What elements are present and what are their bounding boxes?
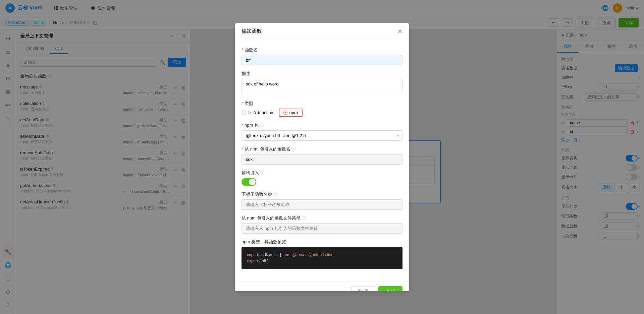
form-item-code-preview: npm 类型工具函数预览: import { sdk as bff } from… <box>241 239 402 269</box>
destructure-label: 解构引入 ⓘ <box>241 170 402 176</box>
radio-function[interactable] <box>241 110 246 115</box>
cancel-button[interactable]: 取 消 <box>351 286 375 291</box>
type-function-option[interactable]: fx fx function <box>241 110 273 115</box>
code-preview-block: import { sdk as bff } from '@tenx-ui/yun… <box>241 247 402 269</box>
modal-close-button[interactable]: ✕ <box>397 28 402 35</box>
sub-func-hint-icon[interactable]: ⓘ <box>273 191 277 197</box>
modal-title: 添加函数 <box>241 28 262 35</box>
type-function-label: fx function <box>253 110 273 115</box>
modal-header: 添加函数 ✕ <box>235 23 409 40</box>
npm-package-select[interactable]: @tenx-ui/yunti-bff-client@1.2.5 <box>241 130 402 141</box>
code-line-1: import { sdk as bff } from '@tenx-ui/yun… <box>247 252 397 258</box>
destructure-toggle[interactable] <box>241 178 256 186</box>
description-input[interactable]: sdk of hello word <box>241 79 402 94</box>
description-label: 描述 <box>241 71 402 77</box>
code-line-2: export { bff } <box>247 258 397 264</box>
sub-func-input[interactable] <box>241 199 402 210</box>
add-function-modal: 添加函数 ✕ * 函数名 描述 sdk of hello word <box>235 23 409 291</box>
npm-dot-icon <box>283 111 287 115</box>
type-label: * 类型 <box>241 101 402 107</box>
modal-footer: 取 消 确 定 <box>235 281 409 291</box>
form-item-import-func: * 从 npm 包引入的函数名 ⓘ <box>241 146 402 165</box>
import-path-input[interactable] <box>241 223 402 234</box>
func-name-label: * 函数名 <box>241 47 402 53</box>
form-item-type: * 类型 fx fx function npm <box>241 101 402 117</box>
npm-package-hint-icon[interactable]: ⓘ <box>260 122 264 128</box>
form-item-destructure: 解构引入 ⓘ <box>241 170 402 186</box>
npm-package-select-wrapper: @tenx-ui/yunti-bff-client@1.2.5 ▾ <box>241 130 402 141</box>
import-path-hint-icon[interactable]: ⓘ <box>302 215 306 221</box>
modal-overlay[interactable]: 添加函数 ✕ * 函数名 描述 sdk of hello word <box>0 0 644 314</box>
npm-label: npm <box>289 110 298 115</box>
form-item-import-path: 从 npm 包引入的函数文件路径 ⓘ <box>241 215 402 234</box>
type-options: fx fx function npm <box>241 109 402 117</box>
fx-icon: fx <box>248 110 251 115</box>
form-item-func-name: * 函数名 <box>241 47 402 65</box>
type-npm-option[interactable]: npm <box>279 109 303 117</box>
confirm-button[interactable]: 确 定 <box>378 286 402 291</box>
destructure-hint-icon[interactable]: ⓘ <box>260 170 264 176</box>
func-name-input[interactable] <box>241 55 402 65</box>
import-path-label: 从 npm 包引入的函数文件路径 ⓘ <box>241 215 402 221</box>
import-func-label: * 从 npm 包引入的函数名 ⓘ <box>241 146 402 152</box>
sub-func-label: 下标子函数名称 ⓘ <box>241 191 402 197</box>
import-func-input[interactable] <box>241 154 402 165</box>
form-item-sub-func: 下标子函数名称 ⓘ <box>241 191 402 210</box>
form-item-description: 描述 sdk of hello word <box>241 71 402 95</box>
code-preview-label: npm 类型工具函数预览: <box>241 239 402 245</box>
import-func-hint-icon[interactable]: ⓘ <box>292 146 296 152</box>
modal-body: * 函数名 描述 sdk of hello word * 类型 <box>235 40 409 281</box>
form-item-npm-package: * npm 包 ⓘ @tenx-ui/yunti-bff-client@1.2.… <box>241 122 402 141</box>
svg-rect-10 <box>285 112 286 113</box>
npm-package-label: * npm 包 ⓘ <box>241 122 402 128</box>
npm-type-badge[interactable]: npm <box>279 109 303 117</box>
